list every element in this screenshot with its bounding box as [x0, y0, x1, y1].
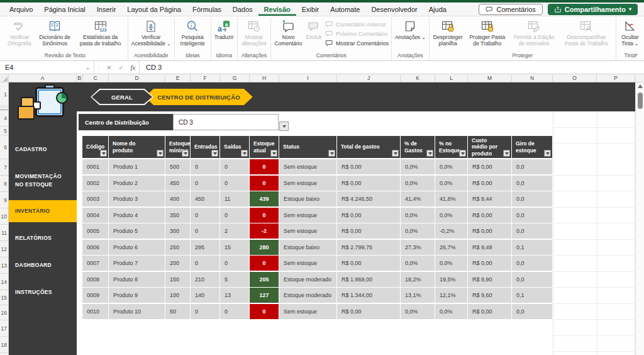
cell-entradas[interactable]: 0	[191, 256, 220, 271]
cell-saidas[interactable]: 15	[220, 240, 250, 255]
table-header-cell[interactable]: Código	[82, 136, 109, 158]
select-all-corner[interactable]	[0, 74, 9, 82]
sidebar-item[interactable]: MOVIMENTAÇÃO NO ESTOQUE	[9, 166, 77, 196]
row-header[interactable]: 13	[0, 257, 8, 274]
cell-status[interactable]: Estoque moderado	[279, 272, 337, 287]
filter-button[interactable]	[182, 150, 189, 157]
ribbon-tab[interactable]: Revisão	[258, 3, 296, 16]
column-header[interactable]: C	[82, 74, 109, 82]
column-header[interactable]: H	[250, 74, 279, 82]
workbook-statistics-button[interactable]: 123 Estatísticas da pasta de trabalho	[74, 18, 126, 47]
cell-estoque-minimo[interactable]: 100	[165, 288, 191, 303]
cell-status[interactable]: Sem estoque	[279, 304, 337, 319]
cell-entradas[interactable]: 450	[191, 191, 220, 206]
cell-pct-estoque[interactable]: 0,0%	[435, 176, 468, 191]
cell-status[interactable]: Sem estoque	[279, 176, 337, 191]
enter-icon[interactable]: ✓	[115, 61, 127, 74]
cell-saidas[interactable]: 2	[220, 223, 250, 239]
cell-entradas[interactable]: 210	[191, 272, 220, 287]
column-header[interactable]: E	[165, 74, 191, 82]
cell-entradas[interactable]: 0	[191, 159, 220, 174]
cell-total-gastos[interactable]: R$ 0,00	[337, 176, 401, 191]
column-header[interactable]: O	[553, 74, 597, 82]
cell-total-gastos[interactable]: R$ 0,00	[337, 223, 401, 239]
comments-button[interactable]: Comentários	[479, 4, 542, 15]
formula-input[interactable]: CD 3	[139, 61, 644, 74]
cell-nome[interactable]: Produto 1	[109, 159, 165, 174]
column-header[interactable]: F	[191, 74, 220, 82]
ribbon-tab[interactable]: Página Inicial	[38, 3, 91, 16]
notes-button[interactable]: Anotações	[393, 18, 428, 41]
table-header-cell[interactable]: Estoque atual	[250, 136, 279, 158]
cell-saidas[interactable]: 0	[220, 176, 250, 191]
ribbon-tab[interactable]: Ajuda	[423, 3, 452, 16]
column-header[interactable]: L	[435, 74, 468, 82]
cell-pct-gastos[interactable]: 0,0%	[401, 256, 435, 271]
cell-codigo[interactable]: 0002	[82, 176, 109, 191]
row-header[interactable]: 4	[0, 110, 8, 127]
cell-pct-estoque[interactable]: -0,2%	[435, 223, 468, 239]
column-header[interactable]: A	[9, 74, 77, 82]
cell-status[interactable]: Sem estoque	[279, 208, 337, 223]
ribbon-tab[interactable]: Automate	[325, 3, 365, 16]
cell-entradas[interactable]: 0	[191, 223, 220, 239]
translate-button[interactable]: ãa Traduzir	[213, 18, 236, 41]
cell-pct-gastos[interactable]: 0,0%	[401, 208, 435, 223]
cell-total-gastos[interactable]: R$ 4.246,50	[337, 191, 401, 206]
cell-total-gastos[interactable]: R$ 0,00	[337, 256, 401, 271]
cell-custo-medio[interactable]: R$ 0,00	[468, 256, 512, 271]
cell-nome[interactable]: Produto 6	[109, 240, 165, 255]
table-header-cell[interactable]: Status	[279, 136, 337, 158]
cell-giro[interactable]: 0,0	[512, 256, 553, 271]
cell-nome[interactable]: Produto 10	[109, 304, 165, 319]
cell-status[interactable]: Sem estoque	[279, 159, 337, 174]
scroll-up-icon[interactable]	[638, 84, 643, 88]
ribbon-tab[interactable]: Dados	[227, 3, 258, 16]
insert-function-icon[interactable]: fx	[127, 61, 139, 74]
cell-total-gastos[interactable]: R$ 2.799,75	[337, 240, 401, 255]
row-header[interactable]: 11	[0, 225, 8, 241]
row-header[interactable]: 1	[0, 82, 8, 106]
cell-saidas[interactable]: 0	[220, 256, 250, 271]
cell-pct-estoque[interactable]: 0,0%	[435, 208, 468, 223]
cell-giro[interactable]: 0,1	[512, 240, 553, 255]
cell-estoque-atual[interactable]: 0	[250, 176, 279, 191]
vertical-scrollbar[interactable]	[635, 82, 644, 355]
cell-estoque-atual[interactable]: -2	[250, 223, 279, 239]
sidebar-item[interactable]: INVENTÁRIO	[9, 200, 77, 222]
cell-entradas[interactable]: 140	[191, 288, 220, 303]
filter-button[interactable]	[392, 150, 399, 157]
cell-custo-medio[interactable]: R$ 0,00	[468, 159, 512, 174]
collapse-ribbon-icon[interactable]: ⌄	[634, 50, 639, 57]
cell-estoque-minimo[interactable]: 450	[165, 176, 191, 191]
filter-button[interactable]	[270, 150, 277, 157]
cell-codigo[interactable]: 0009	[82, 288, 109, 303]
cell-custo-medio[interactable]: R$ 0,00	[468, 208, 512, 223]
cell-custo-medio[interactable]: R$ 0,00	[468, 176, 512, 191]
ribbon-tab[interactable]: Layout da Página	[121, 3, 187, 16]
filter-button[interactable]	[241, 150, 248, 157]
row-header[interactable]: 10	[0, 208, 8, 225]
row-header[interactable]: 12	[0, 241, 8, 257]
table-header-cell[interactable]: Nome do produto	[109, 136, 165, 158]
cell-saidas[interactable]: 0	[220, 159, 250, 174]
table-header-cell[interactable]: Estoque mínimo	[165, 136, 191, 158]
cell-pct-estoque[interactable]: 0,0%	[435, 159, 468, 174]
cell-entradas[interactable]: 0	[191, 304, 220, 319]
cell-pct-estoque[interactable]: 19,5%	[435, 272, 468, 287]
ribbon-tab[interactable]: Arquivo	[4, 3, 38, 16]
cell-saidas[interactable]: 0	[220, 208, 250, 223]
cell-saidas[interactable]: 13	[220, 288, 250, 303]
cell-giro[interactable]: 0,0	[512, 304, 553, 319]
row-header[interactable]: 16	[0, 305, 8, 320]
row-header[interactable]: 18	[0, 337, 8, 353]
cell-total-gastos[interactable]: R$ 0,00	[337, 159, 401, 174]
cell-nome[interactable]: Produto 9	[109, 288, 165, 303]
cell-entradas[interactable]: 0	[191, 176, 220, 191]
column-header[interactable]: I	[279, 74, 337, 82]
ribbon-tab[interactable]: Fórmulas	[187, 3, 227, 16]
table-header-cell[interactable]: Saídas	[220, 136, 250, 158]
cell-status[interactable]: Estoque moderado	[279, 288, 337, 303]
cell-codigo[interactable]: 0006	[82, 240, 109, 255]
ribbon-tab[interactable]: Desenvolvedor	[365, 3, 423, 16]
